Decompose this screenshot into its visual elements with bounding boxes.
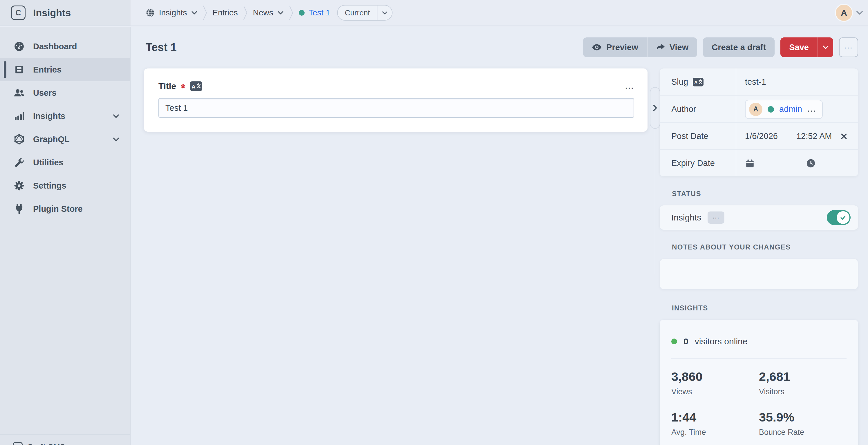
status-dot (768, 106, 774, 113)
user-menu[interactable]: A (835, 0, 868, 26)
slug-label: Slug (671, 77, 688, 87)
status-site-label: Insights (671, 213, 701, 222)
avatar: A (749, 103, 763, 116)
author-ellipsis-icon[interactable]: ... (807, 105, 816, 114)
chevron-down-icon (191, 11, 197, 15)
view-button[interactable]: View (647, 37, 698, 57)
status-ellipsis-button[interactable]: ... (708, 212, 724, 224)
stat-label: Avg. Time (671, 428, 759, 437)
sidebar-item-dashboard[interactable]: Dashboard (0, 35, 130, 58)
stat-views: 3,860 Views (671, 370, 759, 396)
field-ellipsis-icon[interactable]: ... (625, 82, 634, 91)
post-date-value: 1/6/2026 12:52 AM (736, 123, 858, 149)
author-chip[interactable]: A admin ... (745, 100, 823, 119)
breadcrumb-entry[interactable]: Test 1 (299, 8, 331, 18)
clear-date-icon[interactable] (840, 133, 848, 140)
clock-icon[interactable] (806, 158, 816, 168)
author-value: A admin ... (736, 96, 858, 122)
author-label: Author (671, 104, 696, 114)
chevron-down-icon (377, 5, 392, 20)
sidebar-item-settings[interactable]: Settings (0, 174, 130, 197)
breadcrumb-section-news[interactable]: News (253, 8, 284, 18)
top-bar: C Insights Insights Entries News (0, 0, 868, 26)
create-draft-button-label: Create a draft (712, 43, 766, 52)
post-date-date[interactable]: 1/6/2026 (745, 131, 778, 141)
save-menu-button[interactable] (817, 37, 833, 57)
sidebar-item-entries[interactable]: Entries (0, 58, 130, 81)
details-pane-divider (655, 129, 655, 274)
meta-row-post-date: Post Date 1/6/2026 12:52 AM (660, 122, 858, 149)
sidebar-item-label: Utilities (33, 158, 64, 167)
create-draft-button[interactable]: Create a draft (703, 37, 775, 57)
craft-logo-icon (13, 442, 23, 445)
insights-heading: INSIGHTS (672, 304, 858, 312)
app-logo-letter: C (16, 8, 21, 18)
meta-label: Expiry Date (660, 150, 736, 177)
meta-row-slug: Slug A test-1 (660, 68, 858, 95)
chevron-down-icon (856, 10, 863, 15)
visitors-online-count: 0 (683, 337, 688, 346)
translatable-icon: A (190, 81, 202, 91)
revision-select[interactable]: Current (337, 5, 393, 21)
main-content: Test 1 Preview View Create a draft (131, 27, 868, 445)
chevron-down-icon (113, 114, 120, 118)
divider (671, 358, 846, 358)
notes-textarea[interactable] (660, 259, 858, 289)
breadcrumb-site-label: Insights (159, 8, 187, 18)
save-button-label: Save (789, 43, 809, 52)
brand-area: C Insights (0, 0, 130, 26)
chevron-right-icon (653, 104, 657, 112)
revision-label: Current (338, 8, 377, 18)
slug-text: test-1 (745, 77, 766, 87)
sidebar-item-insights[interactable]: Insights (0, 104, 130, 128)
preview-button-label: Preview (606, 43, 638, 52)
sidebar-item-graphql[interactable]: GraphQL (0, 128, 130, 151)
save-split-button: Save (780, 37, 833, 57)
breadcrumb-entries-label: Entries (213, 8, 238, 18)
sidebar-item-utilities[interactable]: Utilities (0, 151, 130, 174)
svg-text:A: A (191, 84, 195, 90)
sidebar-item-plugin-store[interactable]: Plugin Store (0, 197, 130, 220)
translatable-icon: A (693, 78, 704, 87)
insights-widget: 0 visitors online 3,860 Views 2,681 Visi… (660, 320, 858, 445)
share-arrow-icon (656, 43, 665, 51)
save-button[interactable]: Save (780, 37, 817, 57)
title-input[interactable] (158, 98, 634, 118)
author-link[interactable]: admin (779, 104, 802, 114)
sidebar-item-label: Plugin Store (33, 204, 83, 214)
gauge-icon (13, 41, 25, 52)
sidebar-item-users[interactable]: Users (0, 81, 130, 104)
stat-avg-time: 1:44 Avg. Time (671, 410, 759, 437)
expiry-date-label: Expiry Date (671, 158, 715, 168)
stat-value: 3,860 (671, 370, 759, 384)
chevron-down-icon (113, 137, 120, 141)
sidebar: Dashboard Entries Users Insights (0, 27, 130, 445)
meta-label: Author (660, 96, 736, 122)
chevron-down-icon (823, 45, 829, 49)
sidebar-item-label: GraphQL (33, 135, 70, 144)
meta-label: Slug A (660, 68, 736, 95)
app-logo[interactable]: C (11, 5, 26, 20)
breadcrumb-entries[interactable]: Entries (213, 8, 238, 18)
page-title: Test 1 (146, 41, 177, 54)
entry-meta-table: Slug A test-1 Author A (660, 68, 858, 177)
toggle-knob (837, 211, 849, 224)
breadcrumb-site[interactable]: Insights (146, 8, 197, 18)
sidebar-item-label: Insights (33, 112, 65, 121)
sidebar-nav: Dashboard Entries Users Insights (0, 27, 130, 220)
visitors-online-row: 0 visitors online (671, 337, 846, 346)
page-header: Test 1 Preview View Create a draft (146, 37, 858, 58)
post-date-time[interactable]: 12:52 AM (796, 131, 832, 141)
preview-button[interactable]: Preview (583, 37, 647, 57)
details-collapse-handle[interactable] (650, 87, 660, 129)
slug-value[interactable]: test-1 (736, 68, 858, 95)
avatar-letter: A (753, 105, 758, 113)
sidebar-item-label: Users (33, 88, 57, 98)
more-actions-button[interactable]: ... (839, 37, 858, 57)
sidebar-item-label: Entries (33, 65, 62, 74)
ellipsis-icon: ... (713, 213, 719, 220)
stat-value: 35.9% (759, 410, 846, 424)
calendar-icon[interactable] (745, 158, 755, 168)
breadcrumb-entry-label: Test 1 (309, 8, 331, 18)
enabled-toggle[interactable] (827, 210, 850, 225)
